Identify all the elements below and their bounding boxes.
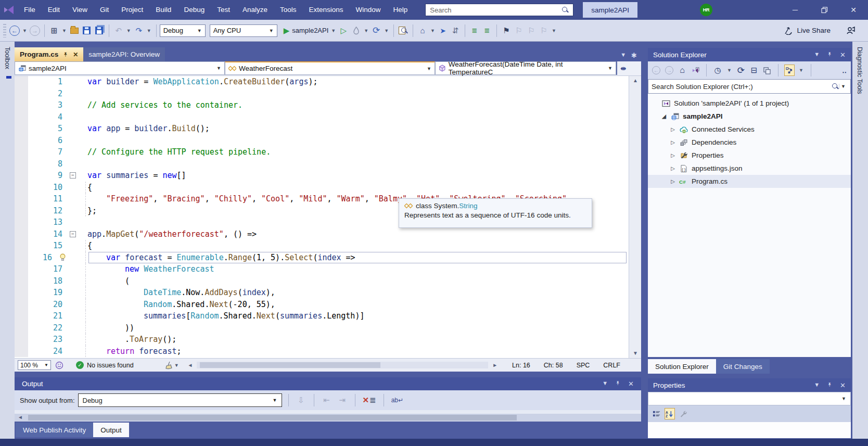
code-line[interactable]: 6 [15,135,629,147]
breakpoint-margin[interactable] [15,135,28,147]
pending-changes-filter-icon[interactable]: ◷ [712,65,723,76]
previous-message-icon[interactable]: ⇤ [321,393,333,407]
window-position-dropdown-icon[interactable]: ▼ [814,51,820,59]
property-pages-wrench-icon[interactable] [678,408,688,419]
toolbox-tab[interactable]: Toolbox [4,42,11,69]
user-avatar[interactable]: HR [700,4,712,16]
redo-dropdown[interactable]: ▼ [145,28,153,33]
tab-sample2api-overview[interactable]: sample2API: Overview [83,47,165,61]
tree-item-solution-sample2api-1-of-1-project[interactable]: Solution 'sample2API' (1 of 1 project) [648,97,851,110]
tab-solution-explorer[interactable]: Solution Explorer [648,359,716,374]
alphabetical-sort-icon[interactable]: AZ [665,408,675,419]
breakpoint-margin[interactable] [15,310,28,322]
code-line[interactable]: 4 [15,111,629,123]
code-line[interactable]: 19DateTime.Now.AddDays(index), [15,287,629,299]
code-line[interactable]: 15{ [15,240,629,252]
toggle-bookmark-icon[interactable]: ⚑ [500,23,513,38]
navigate-forward-button[interactable]: → [29,23,41,38]
menu-debug[interactable]: Debug [177,0,211,20]
spaces-indicator[interactable]: SPC [577,362,590,369]
close-panel-icon[interactable]: ✕ [840,381,846,389]
close-panel-icon[interactable]: ✕ [840,51,846,59]
column-indicator[interactable]: Ch: 58 [544,362,563,369]
refresh-icon[interactable]: ⟳ [736,65,746,76]
toolbar-grip[interactable] [3,24,6,37]
code-line[interactable]: 7// Configure the HTTP request pipeline. [15,146,629,158]
bookmarks-dropdown[interactable]: ▼ [550,28,558,33]
menu-tools[interactable]: Tools [274,0,303,20]
lightbulb-suggestion-icon[interactable] [59,253,66,261]
forward-icon[interactable]: → [664,65,674,76]
solution-explorer-home-dropdown[interactable]: ▼ [429,28,437,33]
window-position-dropdown-icon[interactable]: ▼ [602,380,608,388]
code-line[interactable]: 17new WeatherForecast [15,263,629,275]
menu-view[interactable]: View [66,0,94,20]
breakpoint-margin[interactable] [15,228,28,240]
sync-dropdown[interactable]: ▼ [797,68,805,73]
menu-project[interactable]: Project [115,0,149,20]
properties-object-dropdown[interactable]: ▼ [648,392,851,405]
solution-platform-dropdown[interactable]: Any CPU▼ [210,24,277,37]
breakpoint-margin[interactable] [15,170,28,182]
zoom-level-dropdown[interactable]: 100 %▼ [18,360,51,370]
code-cleanup-broom-icon[interactable] [165,361,173,369]
tab-output[interactable]: Output [93,423,129,437]
clear-all-output-icon[interactable]: ✕≣ [362,393,377,407]
breakpoint-margin[interactable] [15,88,28,100]
show-all-files-icon[interactable] [762,65,772,76]
previous-bookmark-icon[interactable]: ⚐ [513,23,525,38]
menu-file[interactable]: File [18,0,42,20]
switch-views-icon[interactable] [690,65,700,76]
search-options-dropdown[interactable]: ▼ [839,84,847,89]
tree-item-program-cs[interactable]: ▷C#Program.cs [648,175,851,188]
code-line[interactable]: 10{ [15,182,629,194]
breakpoint-margin[interactable] [15,111,28,123]
fold-collapse-icon[interactable]: − [70,231,76,237]
expander-collapsed-icon[interactable]: ▷ [670,152,676,158]
code-line[interactable]: 1var builder = WebApplication.CreateBuil… [15,76,629,88]
breakpoint-margin[interactable] [15,193,28,205]
issues-status[interactable]: No issues found [87,362,134,369]
output-panel-header[interactable]: Output ▼ 🖈 ✕ [15,377,641,390]
split-window-button[interactable]: ⇹ [616,61,630,75]
scroll-down-arrow[interactable]: ▼ [629,349,642,358]
code-line[interactable]: 2 [15,88,629,100]
breakpoint-margin[interactable] [15,240,28,252]
find-message-icon[interactable]: ⇩ [295,393,308,407]
code-line[interactable]: 24return forecast; [15,346,629,358]
fold-collapse-icon[interactable]: − [70,172,76,179]
solution-configuration-dropdown[interactable]: Debug▼ [160,24,206,37]
member-dropdown[interactable]: WeatherForecast(DateTime Date, int Tempe… [435,61,616,75]
menu-extensions[interactable]: Extensions [303,0,350,20]
line-indicator[interactable]: Ln: 16 [512,362,530,369]
pin-panel-icon[interactable]: 🖈 [615,380,621,388]
solution-explorer-search-input[interactable]: Search Solution Explorer (Ctrl+;) ▼ [648,79,851,94]
breakpoint-margin[interactable] [15,158,28,170]
window-position-dropdown-icon[interactable]: ▼ [814,381,820,389]
close-button[interactable]: ✕ [839,0,868,20]
undo-icon[interactable]: ↶ [112,23,125,38]
save-all-icon[interactable] [93,23,106,38]
navigate-back-dropdown[interactable]: ▼ [21,28,29,33]
close-panel-icon[interactable]: ✕ [628,380,634,388]
tab-git-changes[interactable]: Git Changes [716,359,770,374]
tab-program-cs[interactable]: Program.cs 🖈 ✕ [15,47,83,61]
code-line[interactable]: 8 [15,158,629,170]
start-debugging-button[interactable]: ▶sample2API [283,23,330,38]
hscroll-right-arrow[interactable]: ► [492,362,497,368]
code-line[interactable]: 9−var summaries = new[] [15,170,629,182]
send-feedback-icon[interactable] [846,27,856,35]
solution-explorer-home-icon[interactable]: ⌂ [416,23,429,38]
breakpoint-margin[interactable] [15,299,28,311]
menu-git[interactable]: Git [94,0,115,20]
restart-dropdown[interactable]: ▼ [382,28,390,33]
next-message-icon[interactable]: ⇥ [336,393,349,407]
start-without-debugging-icon[interactable]: ▷ [337,23,350,38]
code-line[interactable]: 16var forecast = Enumerable.Range(1, 5).… [15,252,629,264]
menu-edit[interactable]: Edit [42,0,66,20]
output-content[interactable] [15,410,641,414]
expander-collapsed-icon[interactable]: ▷ [670,165,676,171]
search-input[interactable]: Search [425,4,573,16]
tab-web-publish-activity[interactable]: Web Publish Activity [16,423,93,437]
breakpoint-margin[interactable] [15,346,28,358]
